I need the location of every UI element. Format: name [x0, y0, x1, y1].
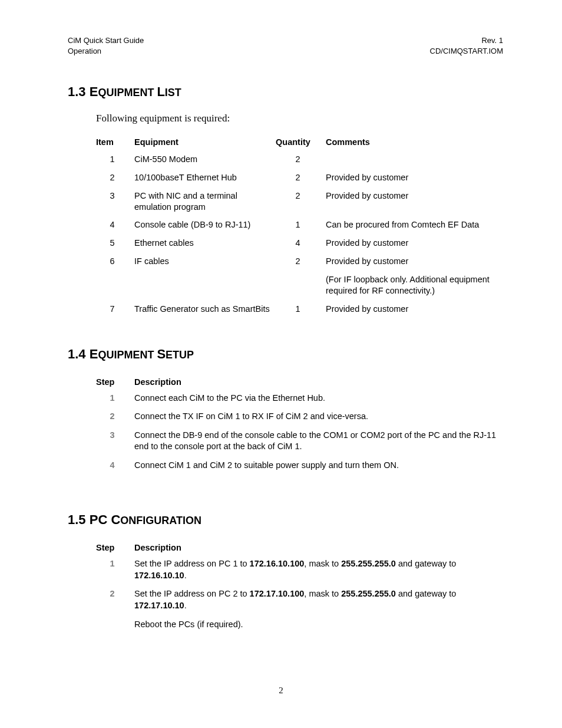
table-row: 6IF cables2Provided by customer: [96, 253, 508, 272]
page-header: CiM Quick Start GuideOperation Rev. 1CD/…: [68, 35, 503, 56]
col-description: Description: [134, 375, 508, 390]
cell-item: 7: [96, 301, 134, 319]
cell-item: 2: [96, 170, 134, 188]
cell-quantity: 2: [276, 253, 326, 272]
table-row: 7Traffic Generator such as SmartBits1Pro…: [96, 301, 508, 319]
cell-quantity: [276, 272, 326, 301]
cell-description: Connect the DB-9 end of the console cabl…: [134, 427, 508, 457]
table-row: 2Set the IP address on PC 2 to 172.17.10…: [96, 586, 508, 616]
setup-steps-table: Step Description 1Connect each CiM to th…: [96, 375, 508, 476]
cell-quantity: 1: [276, 301, 326, 319]
cell-step: 4: [96, 457, 134, 476]
cell-equipment: [134, 272, 276, 301]
cell-comments: Provided by customer: [326, 188, 508, 218]
table-row: (For IF loopback only. Additional equipm…: [96, 272, 508, 301]
pc-config-table: Step Description 1Set the IP address on …: [96, 541, 508, 635]
cell-description: Set the IP address on PC 1 to 172.16.10.…: [134, 556, 508, 586]
cell-description: Connect CiM 1 and CiM 2 to suitable powe…: [134, 457, 508, 476]
section-1-3-intro: Following equipment is required:: [96, 113, 503, 124]
cell-comments: Provided by customer: [326, 253, 508, 272]
cell-comments: Provided by customer: [326, 301, 508, 319]
cell-item: 6: [96, 253, 134, 272]
cell-item: 3: [96, 188, 134, 218]
table-row: 5Ethernet cables4Provided by customer: [96, 235, 508, 253]
col-step: Step: [96, 375, 134, 390]
cell-comments: (For IF loopback only. Additional equipm…: [326, 272, 508, 301]
col-step: Step: [96, 541, 134, 556]
cell-description: Connect each CiM to the PC via the Ether…: [134, 390, 508, 409]
table-row: 1Set the IP address on PC 1 to 172.16.10…: [96, 556, 508, 586]
col-equipment: Equipment: [134, 135, 276, 151]
cell-equipment: PC with NIC and a terminal emulation pro…: [134, 188, 276, 218]
cell-description: Connect the TX IF on CiM 1 to RX IF of C…: [134, 409, 508, 427]
table-row: 4Console cable (DB-9 to RJ-11)1Can be pr…: [96, 217, 508, 235]
cell-description: Set the IP address on PC 2 to 172.17.10.…: [134, 586, 508, 616]
cell-quantity: 2: [276, 170, 326, 188]
table-row: 210/100baseT Ethernet Hub2Provided by cu…: [96, 170, 508, 188]
col-quantity: Quantity: [276, 135, 326, 151]
table-row: 1CiM-550 Modem2: [96, 151, 508, 170]
cell-item: 4: [96, 217, 134, 235]
col-comments: Comments: [326, 135, 508, 151]
cell-comments: Provided by customer: [326, 170, 508, 188]
cell-equipment: Traffic Generator such as SmartBits: [134, 301, 276, 319]
section-1-5-heading: 1.5 PC CONFIGURATION: [68, 512, 503, 528]
table-row: 1Connect each CiM to the PC via the Ethe…: [96, 390, 508, 409]
page-number: 2: [0, 686, 562, 696]
cell-equipment: 10/100baseT Ethernet Hub: [134, 170, 276, 188]
table-row: 2Connect the TX IF on CiM 1 to RX IF of …: [96, 409, 508, 427]
cell-description: Reboot the PCs (if required).: [134, 617, 508, 635]
cell-quantity: 1: [276, 217, 326, 235]
header-right: Rev. 1CD/CIMQSTART.IOM: [430, 35, 503, 56]
cell-quantity: 2: [276, 151, 326, 170]
cell-item: [96, 272, 134, 301]
cell-equipment: Console cable (DB-9 to RJ-11): [134, 217, 276, 235]
cell-equipment: Ethernet cables: [134, 235, 276, 253]
table-row: 4Connect CiM 1 and CiM 2 to suitable pow…: [96, 457, 508, 476]
cell-equipment: CiM-550 Modem: [134, 151, 276, 170]
table-row: 3Connect the DB-9 end of the console cab…: [96, 427, 508, 457]
section-1-4-heading: 1.4 EQUIPMENT SETUP: [68, 347, 503, 362]
cell-comments: Can be procured from Comtech EF Data: [326, 217, 508, 235]
header-left: CiM Quick Start GuideOperation: [68, 35, 144, 56]
table-row: 3PC with NIC and a terminal emulation pr…: [96, 188, 508, 218]
cell-step: 3: [96, 427, 134, 457]
cell-quantity: 2: [276, 188, 326, 218]
cell-comments: Provided by customer: [326, 235, 508, 253]
col-description: Description: [134, 541, 508, 556]
cell-item: 1: [96, 151, 134, 170]
equipment-table: Item Equipment Quantity Comments 1CiM-55…: [96, 135, 508, 319]
cell-comments: [326, 151, 508, 170]
cell-step: 2: [96, 409, 134, 427]
section-1-3-heading: 1.3 EQUIPMENT LIST: [68, 84, 503, 100]
cell-item: 5: [96, 235, 134, 253]
col-item: Item: [96, 135, 134, 151]
table-row: Reboot the PCs (if required).: [96, 617, 508, 635]
cell-equipment: IF cables: [134, 253, 276, 272]
cell-step: 2: [96, 586, 134, 616]
cell-step: 1: [96, 556, 134, 586]
cell-quantity: 4: [276, 235, 326, 253]
cell-step: 1: [96, 390, 134, 409]
